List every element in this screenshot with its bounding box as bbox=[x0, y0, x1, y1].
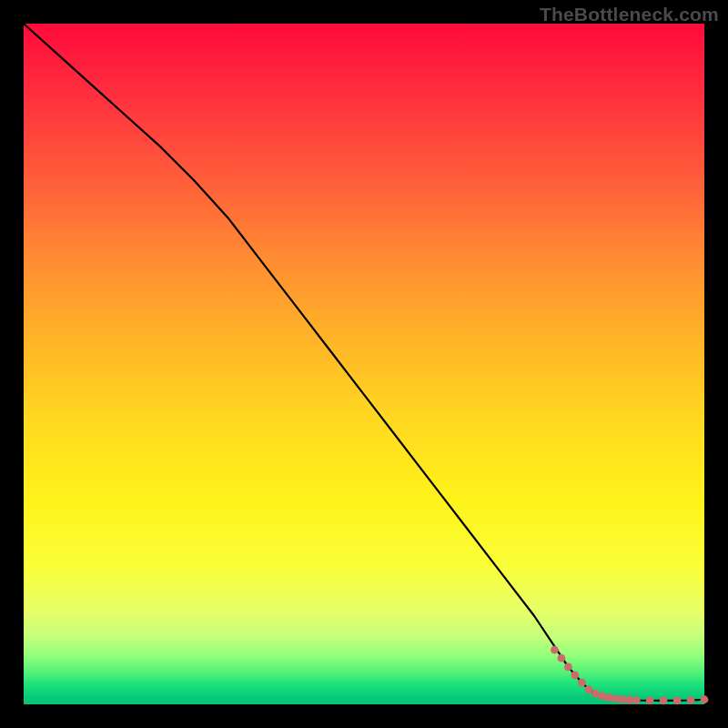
marker-point bbox=[578, 679, 586, 687]
marker-point bbox=[612, 694, 620, 703]
marker-point bbox=[687, 696, 695, 704]
marker-point bbox=[571, 671, 579, 679]
marker-point bbox=[632, 696, 641, 704]
marker-point bbox=[564, 662, 572, 671]
marker-point bbox=[605, 693, 613, 702]
marker-point bbox=[673, 696, 682, 704]
chart-svg bbox=[24, 24, 704, 704]
marker-point bbox=[646, 696, 654, 704]
marker-point bbox=[592, 690, 600, 698]
marker-point bbox=[598, 693, 606, 701]
marker-point bbox=[558, 654, 566, 662]
bottleneck-line bbox=[24, 24, 704, 701]
watermark-text: TheBottleneck.com bbox=[540, 4, 719, 25]
marker-point bbox=[551, 646, 559, 654]
chart-container: TheBottleneck.com bbox=[0, 0, 728, 728]
bottleneck-markers-group bbox=[551, 646, 708, 705]
marker-point bbox=[701, 695, 709, 703]
marker-point bbox=[619, 695, 627, 703]
marker-point bbox=[625, 696, 633, 704]
marker-point bbox=[660, 696, 668, 704]
marker-point bbox=[584, 685, 592, 693]
